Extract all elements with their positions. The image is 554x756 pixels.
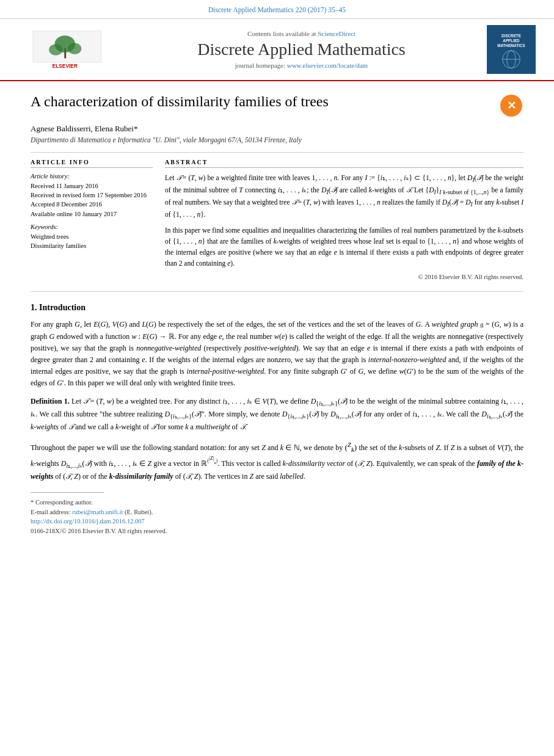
center-area: Contents lists available at ScienceDirec… bbox=[116, 30, 487, 69]
divider-1 bbox=[31, 152, 523, 153]
sciencedirect-link[interactable]: ScienceDirect bbox=[318, 30, 355, 37]
svg-text:APPLIED: APPLIED bbox=[503, 38, 520, 43]
main-content: A characterization of dissimilarity fami… bbox=[0, 81, 554, 554]
journal-thumbnail: DISCRETE APPLIED MATHEMATICS bbox=[487, 25, 536, 74]
contents-line: Contents lists available at ScienceDirec… bbox=[116, 30, 487, 37]
footnote-section: * Corresponding author. E-mail address: … bbox=[31, 498, 523, 536]
available-date: Available online 10 January 2017 bbox=[31, 209, 153, 219]
authors: Agnese Baldisserri, Elena Rubei* bbox=[31, 124, 523, 134]
homepage-line: journal homepage: www.elsevier.com/locat… bbox=[116, 62, 487, 69]
definition-1: Definition 1. Let 𝒯 = (T, w) be a weight… bbox=[31, 396, 523, 434]
article-title: A characterization of dissimilarity fami… bbox=[31, 93, 523, 118]
history-title: Article history: bbox=[31, 173, 153, 180]
intro-section-title: 1. Introduction bbox=[31, 303, 523, 313]
section-divider bbox=[31, 291, 523, 292]
abstract-section: ABSTRACT Let 𝒯 = (T, w) be a weighted fi… bbox=[165, 159, 523, 280]
article-info-title: ARTICLE INFO bbox=[31, 159, 153, 168]
keywords-title: Keywords: bbox=[31, 224, 153, 230]
svg-point-4 bbox=[68, 43, 81, 54]
journal-reference-link[interactable]: Discrete Applied Mathematics 220 (2017) … bbox=[208, 6, 346, 13]
received-date: Received 11 January 2016 bbox=[31, 181, 153, 191]
journal-title: Discrete Applied Mathematics bbox=[116, 40, 487, 59]
accepted-date: Accepted 8 December 2016 bbox=[31, 200, 153, 209]
abstract-text-1: Let 𝒯 = (T, w) be a weighted finite tree… bbox=[165, 173, 523, 220]
article-info: ARTICLE INFO Article history: Received 1… bbox=[31, 159, 153, 280]
crossmark-logo: ✕ bbox=[499, 93, 523, 118]
svg-text:✕: ✕ bbox=[507, 100, 516, 112]
top-bar: Discrete Applied Mathematics 220 (2017) … bbox=[0, 0, 554, 19]
svg-text:MATHEMATICS: MATHEMATICS bbox=[497, 43, 525, 48]
corresponding-author: * Corresponding author. bbox=[31, 498, 523, 507]
affiliation: Dipartimento di Matematica e Informatica… bbox=[31, 136, 523, 144]
footnote-divider bbox=[31, 492, 104, 493]
email-link[interactable]: rubei@math.unifi.it bbox=[72, 509, 123, 515]
svg-text:ELSEVIER: ELSEVIER bbox=[53, 63, 78, 69]
email-line: E-mail address: rubei@math.unifi.it (E. … bbox=[31, 507, 523, 517]
keyword-1: Weighted trees bbox=[31, 232, 153, 241]
abstract-title: ABSTRACT bbox=[165, 159, 523, 168]
issn-line: 0166-218X/© 2016 Elsevier B.V. All right… bbox=[31, 526, 523, 536]
doi-link-line: http://dx.doi.org/10.1016/j.dam.2016.12.… bbox=[31, 517, 523, 526]
homepage-link[interactable]: www.elsevier.com/locate/dam bbox=[287, 62, 368, 69]
intro-paragraph-2: Throughout the paper we will use the fol… bbox=[31, 440, 523, 482]
two-column-section: ARTICLE INFO Article history: Received 1… bbox=[31, 159, 523, 280]
svg-text:DISCRETE: DISCRETE bbox=[501, 34, 521, 38]
abstract-text-2: In this paper we find some equalities an… bbox=[165, 225, 523, 269]
revised-date: Received in revised form 17 September 20… bbox=[31, 191, 153, 200]
title-text: A characterization of dissimilarity fami… bbox=[31, 93, 493, 110]
logo-area: ELSEVIER bbox=[18, 28, 116, 71]
intro-paragraph-1: For any graph G, let E(G), V(G) and L(G)… bbox=[31, 319, 523, 389]
journal-header: ELSEVIER Contents lists available at Sci… bbox=[0, 19, 554, 81]
keyword-2: Dissimilarity families bbox=[31, 241, 153, 250]
copyright: © 2016 Elsevier B.V. All rights reserved… bbox=[165, 274, 523, 280]
doi-link[interactable]: http://dx.doi.org/10.1016/j.dam.2016.12.… bbox=[31, 518, 145, 525]
svg-point-3 bbox=[49, 44, 62, 56]
